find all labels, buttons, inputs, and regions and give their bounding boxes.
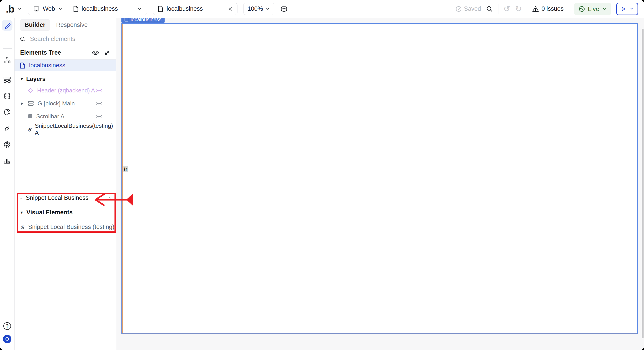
file-icon bbox=[73, 6, 79, 12]
canvas-frame[interactable]: /r bbox=[122, 23, 638, 334]
chevron-down-icon bbox=[630, 7, 634, 12]
page-dropdown-label: localbusiness bbox=[82, 5, 118, 12]
eye-off-icon[interactable] bbox=[96, 88, 102, 93]
file-icon bbox=[20, 62, 26, 69]
issues-indicator[interactable]: 0 issues bbox=[532, 5, 564, 12]
environment-label: Web bbox=[43, 5, 55, 12]
file-icon bbox=[158, 6, 164, 12]
builder-app-window: localbusiness /r .b Web bbox=[0, 0, 644, 350]
caret-right-icon[interactable]: ▸ bbox=[21, 101, 24, 106]
layers-title: Layers bbox=[26, 76, 46, 83]
layers-header[interactable]: ▾ Layers bbox=[14, 74, 116, 84]
question-mark-icon: ? bbox=[3, 322, 11, 330]
layer-row-scrollbar[interactable]: Scrollbar A bbox=[14, 110, 116, 123]
styles-tool-button[interactable] bbox=[4, 109, 11, 116]
live-environment-dropdown[interactable]: Live bbox=[574, 3, 611, 15]
check-circle-icon bbox=[456, 6, 462, 12]
search-icon bbox=[20, 36, 26, 42]
undo-button[interactable]: ↺ bbox=[503, 5, 510, 13]
toolbar-divider bbox=[527, 4, 527, 14]
annotation-arrow-triangle bbox=[126, 193, 133, 206]
layer-row-snippet[interactable]: s SnippetLocalBusiness(testing) A bbox=[14, 123, 116, 136]
search-result-snippet-local-business[interactable]: s Snippet Local Business (testing) bbox=[14, 220, 116, 234]
content-blocks-button[interactable] bbox=[3, 76, 11, 83]
canvas-vertical-scrollbar[interactable] bbox=[642, 29, 644, 338]
eye-icon[interactable] bbox=[92, 50, 99, 56]
pencil-icon bbox=[4, 22, 11, 29]
data-tool-button[interactable] bbox=[4, 92, 11, 100]
left-icon-rail: ? O bbox=[0, 18, 14, 350]
search-icon[interactable] bbox=[486, 5, 493, 13]
panel-tabs: Builder Responsive bbox=[14, 18, 116, 32]
warning-triangle-icon bbox=[532, 6, 539, 12]
save-status-label: Saved bbox=[464, 5, 481, 12]
tree-item-label: localbusiness bbox=[29, 62, 65, 69]
symbol-icon: s bbox=[28, 126, 31, 133]
canvas-clipped-text: /r bbox=[124, 166, 128, 172]
layers-section: ▾ Layers Header (zqbackend) A ▸ bbox=[14, 74, 116, 136]
layer-label: Scrollbar A bbox=[36, 113, 64, 120]
structure-tool-button[interactable] bbox=[4, 57, 11, 64]
sitemap-icon bbox=[4, 57, 11, 64]
monitor-icon bbox=[33, 6, 40, 12]
zoom-level-value: 100% bbox=[248, 5, 263, 12]
eye-off-icon[interactable] bbox=[96, 101, 102, 106]
help-button[interactable]: ? bbox=[3, 322, 11, 330]
close-icon[interactable] bbox=[228, 7, 233, 12]
environment-dropdown[interactable]: Web bbox=[28, 3, 68, 15]
tab-responsive[interactable]: Responsive bbox=[56, 22, 88, 29]
chevron-down-icon bbox=[602, 7, 607, 12]
visual-elements-title: Visual Elements bbox=[26, 209, 73, 216]
layer-row-header[interactable]: Header (zqbackend) A bbox=[14, 84, 116, 97]
plug-icon bbox=[3, 125, 11, 132]
target-switcher: Web localbusiness bbox=[28, 3, 147, 15]
components-cube-icon[interactable] bbox=[280, 5, 288, 13]
layer-label: Header (zqbackend) A bbox=[37, 87, 95, 94]
chevron-down-icon bbox=[137, 7, 142, 12]
search-icon bbox=[20, 195, 22, 201]
zoom-level-dropdown[interactable]: 100% bbox=[243, 3, 274, 15]
toolbar-divider bbox=[498, 4, 498, 14]
eye-off-icon[interactable] bbox=[96, 114, 102, 119]
bar-chart-icon bbox=[4, 157, 11, 164]
user-avatar[interactable]: O bbox=[3, 335, 12, 343]
page-dropdown[interactable]: localbusiness bbox=[68, 3, 147, 15]
popup-search-input[interactable] bbox=[25, 194, 105, 202]
search-result-label: Snippet Local Business (testing) bbox=[28, 224, 114, 230]
database-icon bbox=[4, 92, 11, 100]
chevron-down-icon bbox=[58, 7, 63, 12]
visual-elements-section-header[interactable]: ▾ Visual Elements bbox=[14, 205, 116, 220]
tab-builder[interactable]: Builder bbox=[20, 19, 50, 31]
top-toolbar: .b Web bbox=[0, 0, 644, 18]
insights-tool-button[interactable] bbox=[4, 157, 11, 164]
square-icon bbox=[28, 114, 33, 119]
diamond-icon bbox=[28, 88, 34, 93]
tree-item-localbusiness[interactable]: localbusiness bbox=[14, 60, 116, 71]
elements-search-row bbox=[14, 32, 116, 46]
chevron-down-icon bbox=[265, 7, 270, 12]
builder-logo-menu[interactable]: .b bbox=[6, 4, 22, 14]
layer-row-main-block[interactable]: ▸ G [block] Main bbox=[14, 97, 116, 110]
blocks-icon bbox=[3, 76, 11, 83]
play-icon bbox=[620, 6, 626, 12]
elements-search-input[interactable] bbox=[30, 35, 98, 43]
issues-count-label: 0 issues bbox=[542, 5, 564, 12]
elements-tree-header: Elements Tree bbox=[14, 46, 116, 60]
settings-tool-button[interactable] bbox=[3, 141, 11, 148]
gear-icon bbox=[3, 141, 11, 148]
redo-button[interactable]: ↻ bbox=[515, 5, 522, 13]
expand-icon[interactable] bbox=[104, 50, 110, 56]
integrations-tool-button[interactable] bbox=[3, 125, 11, 132]
chevron-down-icon bbox=[17, 7, 22, 12]
preview-play-button[interactable] bbox=[616, 3, 638, 15]
toolbar-divider bbox=[569, 4, 569, 14]
layer-label: G [block] Main bbox=[38, 100, 75, 107]
elements-panel: Builder Responsive Elements Tree bbox=[14, 18, 116, 350]
open-page-tab-label: localbusiness bbox=[166, 5, 203, 12]
layer-label: SnippetLocalBusiness(testing) A bbox=[35, 122, 116, 136]
page-tag-square-icon bbox=[124, 18, 128, 22]
insert-search-popup: ▾ Visual Elements s Snippet Local Busine… bbox=[14, 191, 116, 234]
edit-tool-button[interactable] bbox=[2, 20, 12, 31]
caret-down-icon: ▾ bbox=[20, 210, 23, 215]
open-page-tab[interactable]: localbusiness bbox=[153, 3, 238, 15]
